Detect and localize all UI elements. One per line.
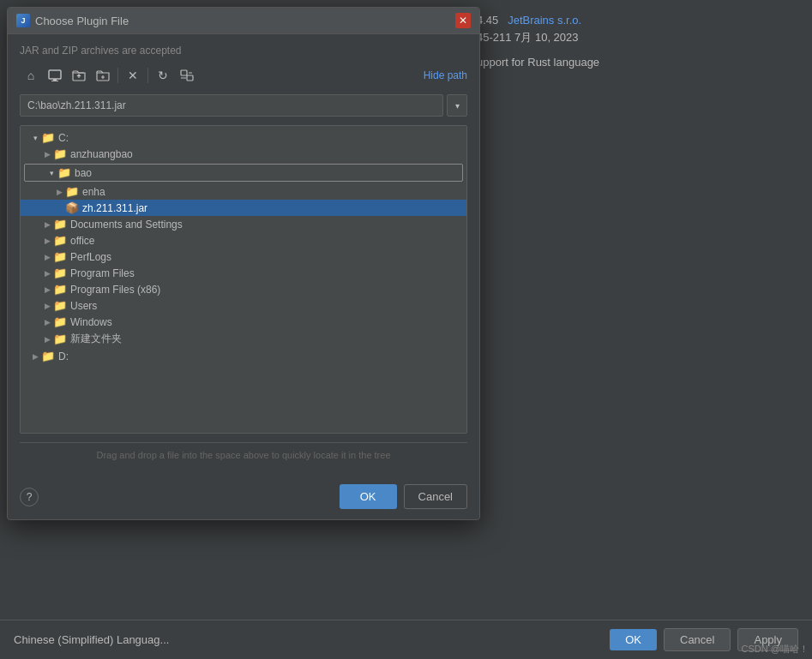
svg-rect-2 [51,81,58,81]
footer-right: OK Cancel [340,484,467,509]
folder-icon-d: 📁 [41,350,55,362]
path-input-row: ▾ [20,94,467,117]
tree-label-jar: zh.211.311.jar [82,202,147,214]
date-text: 45-211 7月 10, 2023 [477,30,798,45]
dialog-close-button[interactable]: ✕ [455,13,471,28]
dialog-title-left: J Choose Plugin File [16,14,129,27]
dialog-footer: ? OK Cancel [8,477,479,519]
toolbar-desktop-button[interactable] [44,65,66,86]
bottom-cancel-button[interactable]: Cancel [664,628,731,651]
folder-icon-documents: 📁 [53,218,67,231]
tree-item-windows[interactable]: ▶ 📁 Windows [21,314,466,330]
dialog-hint: JAR and ZIP archives are accepted [20,45,467,57]
tree-arrow-c: ▾ [29,134,41,142]
folder-icon-c: 📁 [41,131,55,144]
tree-arrow-anzhuangbao: ▶ [41,150,53,159]
svg-rect-0 [49,70,61,79]
svg-rect-3 [181,70,187,75]
tree-arrow-office: ▶ [41,237,53,245]
toolbar-new-folder-button[interactable] [92,65,114,86]
dialog-icon: J [16,14,30,27]
folder-icon-program-files-x86: 📁 [53,283,67,296]
svg-rect-4 [187,75,193,81]
toolbar-home-button[interactable]: ⌂ [20,65,42,86]
path-dropdown-button[interactable]: ▾ [447,94,467,117]
tree-item-jar[interactable]: ▶ 📦 zh.211.311.jar [21,200,466,216]
tree-label-windows: Windows [70,316,112,328]
tree-label-anzhuangbao: anzhuangbao [70,148,133,160]
dialog-body: JAR and ZIP archives are accepted ⌂ ✕ ↻ [8,34,479,477]
jar-icon: 📦 [65,201,79,214]
tree-item-users[interactable]: ▶ 📁 Users [21,297,466,314]
company-link[interactable]: JetBrains s.r.o. [508,14,581,27]
tree-arrow-d: ▶ [29,352,41,361]
folder-icon-perflogs: 📁 [53,250,67,263]
folder-icon-bao: 📁 [57,166,71,179]
folder-icon-new-folder-cn: 📁 [53,332,67,345]
path-input[interactable] [20,94,443,117]
toolbar-refresh-button[interactable]: ↻ [152,65,174,86]
tree-item-anzhuangbao[interactable]: ▶ 📁 anzhuangbao [21,146,466,162]
tree-label-program-files: Program Files [70,267,135,279]
tree-label-enha: enha [82,186,105,198]
csdn-watermark: CSDN @喵哈！ [742,643,809,656]
tree-item-program-files-x86[interactable]: ▶ 📁 Program Files (x86) [21,281,466,297]
dialog-titlebar: J Choose Plugin File ✕ [8,8,479,34]
tree-arrow-enha: ▶ [53,188,65,196]
ok-button[interactable]: OK [340,484,397,509]
folder-icon-program-files: 📁 [53,267,67,279]
ide-right-panel: 4.45 JetBrains s.r.o. 45-211 7月 10, 2023… [463,0,812,659]
help-button[interactable]: ? [20,488,39,506]
dialog: J Choose Plugin File ✕ JAR and ZIP archi… [7,7,480,520]
tree-arrow-program-files-x86: ▶ [41,285,53,294]
folder-icon-anzhuangbao: 📁 [53,147,67,160]
tree-label-bao: bao [75,167,92,179]
tree-arrow-bao: ▾ [45,169,57,177]
tree-label-c: C: [58,132,69,144]
cancel-button[interactable]: Cancel [404,484,467,509]
tree-item-office[interactable]: ▶ 📁 office [21,232,466,249]
dialog-title: Choose Plugin File [35,15,129,27]
file-tree[interactable]: ▾ 📁 C: ▶ 📁 anzhuangbao ▾ 📁 bao [20,125,467,434]
tree-item-c-drive[interactable]: ▾ 📁 C: [21,129,466,146]
toolbar-separator-2 [147,68,148,83]
file-toolbar-left: ⌂ ✕ ↻ [20,65,198,86]
tree-arrow-program-files: ▶ [41,269,53,278]
tree-item-documents[interactable]: ▶ 📁 Documents and Settings [21,216,466,232]
tree-label-d: D: [58,350,69,362]
file-toolbar: ⌂ ✕ ↻ Hide path [20,65,467,86]
version-line: 4.45 JetBrains s.r.o. [477,14,798,27]
tree-item-new-folder-cn[interactable]: ▶ 📁 新建文件夹 [21,330,466,348]
folder-icon-users: 📁 [53,299,67,312]
svg-rect-1 [53,79,57,81]
folder-icon-windows: 📁 [53,315,67,328]
toolbar-expand-button[interactable] [176,65,198,86]
tree-label-office: office [70,235,94,247]
tree-item-perflogs[interactable]: ▶ 📁 PerfLogs [21,249,466,265]
tree-arrow-users: ▶ [41,302,53,310]
folder-icon-enha: 📁 [65,185,79,198]
folder-icon-office: 📁 [53,234,67,247]
tree-label-new-folder-cn: 新建文件夹 [70,332,122,346]
tree-item-enha[interactable]: ▶ 📁 enha [21,183,466,200]
drop-hint: Drag and drop a file into the space abov… [20,442,467,467]
tree-arrow-new-folder-cn: ▶ [41,335,53,344]
tree-item-program-files[interactable]: ▶ 📁 Program Files [21,265,466,281]
tree-label-users: Users [70,300,97,312]
tree-arrow-documents: ▶ [41,220,53,229]
hide-path-button[interactable]: Hide path [424,69,467,81]
toolbar-delete-button[interactable]: ✕ [122,65,144,86]
tree-label-program-files-x86: Program Files (x86) [70,284,160,296]
tree-item-d-drive[interactable]: ▶ 📁 D: [21,348,466,364]
tree-item-bao[interactable]: ▾ 📁 bao [25,165,462,181]
toolbar-folder-up-button[interactable] [68,65,90,86]
tree-arrow-perflogs: ▶ [41,253,53,261]
bottom-ok-button[interactable]: OK [610,629,657,650]
tree-label-documents: Documents and Settings [70,219,183,231]
tree-arrow-windows: ▶ [41,318,53,327]
tree-label-perflogs: PerfLogs [70,251,111,263]
toolbar-separator [117,68,118,83]
desc-text: upport for Rust language [477,56,798,69]
